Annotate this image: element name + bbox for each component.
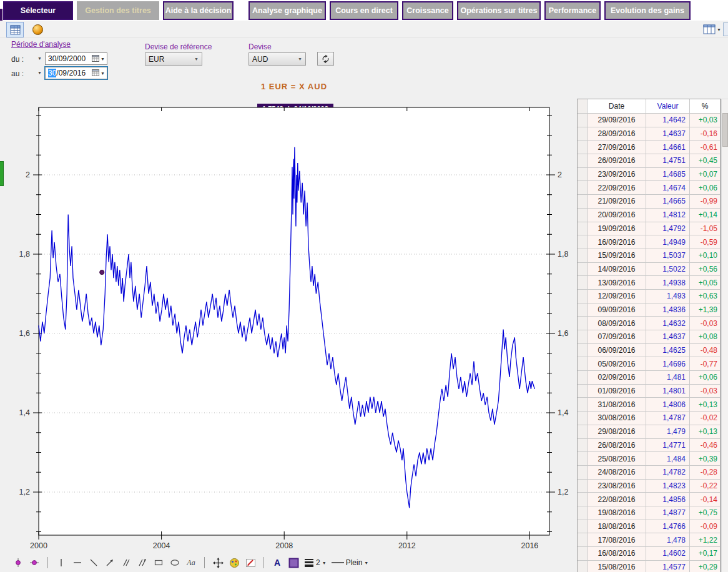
calendar-icon[interactable] <box>92 69 99 78</box>
line-width-control[interactable]: 2 ▼ <box>304 558 327 567</box>
quotes-table[interactable]: Date Valeur % 29/09/20161,4642+0,0328/09… <box>577 99 721 572</box>
row-selector[interactable] <box>578 439 588 453</box>
table-row[interactable]: 28/09/20161,4637-0,16 <box>578 127 721 141</box>
palette-tool[interactable] <box>229 557 240 568</box>
tab-gestion-des-titres[interactable]: Gestion des titres <box>77 1 159 20</box>
tab-s-lecteur[interactable]: Sélecteur <box>3 1 73 20</box>
arrow-tool[interactable] <box>104 557 116 568</box>
table-row[interactable]: 31/08/20161,4806+0,13 <box>578 398 721 412</box>
row-selector[interactable] <box>578 317 588 330</box>
row-selector[interactable] <box>578 263 588 277</box>
line-chart-svg[interactable]: 221,81,81,61,61,41,41,21,220002004200820… <box>0 94 574 556</box>
table-row[interactable]: 29/09/20161,4642+0,03 <box>578 114 721 127</box>
diagonal-line-tool[interactable] <box>88 557 99 568</box>
table-view-button[interactable] <box>6 22 24 37</box>
sphere-icon[interactable] <box>32 24 43 35</box>
row-selector[interactable] <box>578 222 588 236</box>
selected-point-marker[interactable] <box>100 270 104 274</box>
table-row[interactable]: 05/09/20161,4696-0,77 <box>578 357 721 371</box>
table-row[interactable]: 21/09/20161,4665-0,99 <box>578 195 721 209</box>
tab-cours-en-direct[interactable]: Cours en direct <box>330 1 398 20</box>
row-selector[interactable] <box>578 506 588 520</box>
table-row[interactable]: 06/09/20161,4625-0,48 <box>578 344 721 358</box>
table-row[interactable]: 02/09/20161,481+0,06 <box>578 371 721 385</box>
row-selector[interactable] <box>578 235 588 249</box>
line-style-control[interactable]: Plein ▼ <box>332 558 369 567</box>
calendar-icon[interactable] <box>92 54 99 64</box>
du-dropdown-arrow[interactable]: ▼ <box>37 56 42 61</box>
row-selector[interactable] <box>578 154 588 168</box>
tab-analyse-graphique[interactable]: Analyse graphique <box>248 1 326 20</box>
au-date-input[interactable]: 30/09/2016 ▼ <box>45 67 107 79</box>
row-selector[interactable] <box>578 249 588 263</box>
row-selector[interactable] <box>578 330 588 344</box>
row-selector[interactable] <box>578 480 588 493</box>
ref-currency-select[interactable]: EUR ▼ <box>145 52 202 66</box>
row-selector[interactable] <box>578 385 588 398</box>
row-selector[interactable] <box>578 493 588 506</box>
table-row[interactable]: 08/09/20161,4632-0,03 <box>578 317 721 330</box>
row-selector[interactable] <box>578 452 588 466</box>
table-row[interactable]: 26/08/20161,4771-0,46 <box>578 439 721 453</box>
row-selector[interactable] <box>578 371 588 385</box>
row-selector[interactable] <box>578 209 588 222</box>
table-row[interactable]: 09/09/20161,4836+1,39 <box>578 303 721 317</box>
swap-currencies-button[interactable] <box>317 52 334 66</box>
table-row[interactable]: 25/08/20161,484+0,39 <box>578 452 721 466</box>
table-row[interactable]: 22/09/20161,4674+0,06 <box>578 181 721 195</box>
table-row[interactable]: 17/08/20161,478+1,22 <box>578 533 721 547</box>
horizontal-line-tool[interactable] <box>72 557 83 568</box>
currency-select[interactable]: AUD ▼ <box>248 52 306 66</box>
parallel-lines-tool[interactable] <box>121 557 132 568</box>
table-row[interactable]: 22/08/20161,4856-0,14 <box>578 493 721 506</box>
text-tool[interactable]: Aa <box>185 557 197 568</box>
move-tool[interactable] <box>212 557 224 568</box>
col-pct[interactable]: % <box>690 99 721 114</box>
price-chart[interactable]: 221,81,81,61,61,41,41,21,220002004200820… <box>0 94 574 556</box>
row-selector[interactable] <box>578 141 588 154</box>
row-selector[interactable] <box>578 520 588 534</box>
row-selector[interactable] <box>578 466 588 480</box>
table-row[interactable]: 23/08/20161,4823-0,22 <box>578 480 721 493</box>
row-selector[interactable] <box>578 303 588 317</box>
row-selector[interactable] <box>578 398 588 412</box>
row-selector[interactable] <box>578 533 588 547</box>
table-row[interactable]: 12/09/20161,493+0,63 <box>578 290 721 303</box>
vertical-line-tool[interactable] <box>56 557 67 568</box>
table-row[interactable]: 19/09/20161,4792-1,05 <box>578 222 721 236</box>
table-row[interactable]: 29/08/20161,479+0,13 <box>578 425 721 439</box>
fill-color-tool[interactable] <box>288 557 299 568</box>
table-row[interactable]: 19/08/20161,4877+0,75 <box>578 506 721 520</box>
row-selector[interactable] <box>578 276 588 290</box>
edit-annotations-tool[interactable] <box>245 557 256 568</box>
table-scrollbar[interactable] <box>721 99 728 572</box>
ellipse-tool[interactable] <box>169 557 180 568</box>
row-selector[interactable] <box>578 181 588 195</box>
row-selector[interactable] <box>578 168 588 182</box>
tab-aide-la-d-cision[interactable]: Aide à la décision <box>163 1 234 20</box>
docked-panel-tab[interactable] <box>0 161 4 186</box>
table-row[interactable]: 26/09/20161,4751+0,45 <box>578 154 721 168</box>
table-row[interactable]: 13/09/20161,4938+0,05 <box>578 276 721 290</box>
row-selector[interactable] <box>578 195 588 209</box>
tab-croissance[interactable]: Croissance <box>402 1 453 20</box>
au-dropdown-arrow[interactable]: ▼ <box>37 71 42 75</box>
table-row[interactable]: 16/09/20161,4949-0,59 <box>578 235 721 249</box>
table-row[interactable]: 24/08/20161,4782-0,28 <box>578 466 721 480</box>
font-color-tool[interactable]: A <box>272 557 283 568</box>
row-selector[interactable] <box>578 290 588 303</box>
point-horizontal-tool[interactable] <box>29 557 40 568</box>
tab-evolution-des-gains[interactable]: Evolution des gains <box>604 1 691 20</box>
table-row[interactable]: 15/09/20161,5037+0,10 <box>578 249 721 263</box>
parallel-arrow-tool[interactable] <box>137 557 148 568</box>
table-row[interactable]: 16/08/20161,4602+0,17 <box>578 547 721 561</box>
du-calendar-dropdown-arrow[interactable]: ▼ <box>101 57 105 61</box>
row-selector[interactable] <box>578 425 588 439</box>
table-row[interactable]: 23/09/20161,4685+0,07 <box>578 168 721 182</box>
table-row[interactable]: 15/08/20161,4577+0,29 <box>578 561 721 572</box>
columns-button[interactable]: ▼ <box>703 23 723 36</box>
col-valeur[interactable]: Valeur <box>646 99 690 114</box>
tab-performance[interactable]: Performance <box>544 1 601 20</box>
row-selector[interactable] <box>578 344 588 358</box>
table-row[interactable]: 07/09/20161,4637+0,08 <box>578 330 721 344</box>
